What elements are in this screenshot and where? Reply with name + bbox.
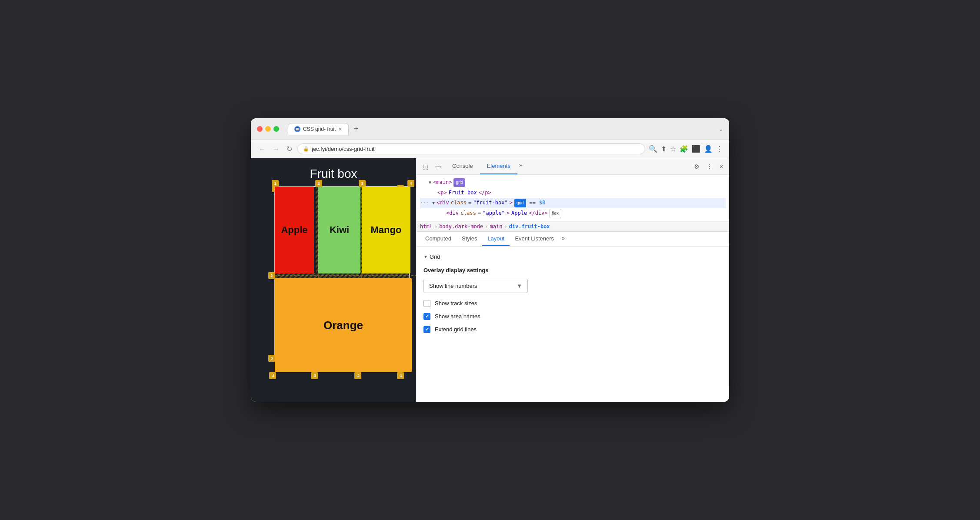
show-area-names-label: Show area names — [435, 313, 480, 320]
device-icon[interactable]: ▭ — [433, 160, 443, 173]
grid-number-bottom-4: -4 — [269, 372, 276, 379]
share-icon[interactable]: ⬆ — [661, 145, 667, 153]
tab-close-button[interactable]: × — [338, 126, 342, 132]
devtools-actions: ⚙ ⋮ × — [691, 160, 726, 173]
devtools-close-icon[interactable]: × — [717, 160, 726, 173]
account-icon[interactable]: 👤 — [704, 145, 713, 153]
grid-number-top-3: 3 — [359, 180, 366, 187]
inspect-icon[interactable]: ⬚ — [420, 160, 431, 173]
tab-layout[interactable]: Layout — [482, 232, 510, 246]
layout-content: ▼ Grid Overlay display settings Show lin… — [417, 247, 729, 402]
show-track-sizes-checkbox[interactable] — [423, 300, 430, 307]
search-icon[interactable]: 🔍 — [649, 145, 657, 153]
crumb-html[interactable]: html — [420, 223, 433, 230]
tab-elements[interactable]: Elements — [480, 158, 517, 174]
tabs-chevron[interactable]: ⌄ — [719, 126, 723, 132]
layout-tabs: Computed Styles Layout Event Listeners » — [417, 232, 729, 247]
show-area-names-row: Show area names — [423, 313, 722, 320]
devtools-more-icon[interactable]: ⋮ — [704, 160, 715, 173]
devtools-more-tabs[interactable]: » — [517, 158, 524, 174]
devtools-header: ⬚ ▭ Console Elements » ⚙ ⋮ × — [417, 158, 729, 175]
fruit-apple: Apple — [275, 187, 314, 273]
grid-number-top-2: 2 — [315, 180, 322, 187]
title-bar: 🔲 CSS grid- fruit × + ⌄ — [251, 118, 729, 140]
overlay-label: Overlay display settings — [423, 267, 722, 273]
grid-section-title: ▼ Grid — [423, 253, 722, 260]
dom-line-div-apple: <div class="apple">Apple</div> flex — [420, 208, 726, 219]
devtools-tabs: Console Elements » — [445, 158, 690, 174]
crumb-main[interactable]: main — [490, 223, 503, 230]
dom-line-p: <p>Fruit box</p> — [420, 188, 726, 198]
browser-page: Fruit box — [251, 158, 416, 402]
back-button[interactable]: ← — [257, 144, 267, 154]
browser-window: 🔲 CSS grid- fruit × + ⌄ ← → ↻ 🔒 jec.fyi/… — [251, 118, 729, 402]
show-area-names-checkbox[interactable] — [423, 313, 430, 320]
reload-button[interactable]: ↻ — [285, 144, 294, 154]
show-track-sizes-label: Show track sizes — [435, 300, 477, 307]
section-triangle[interactable]: ▼ — [423, 254, 428, 259]
layout-more-tabs[interactable]: » — [559, 232, 567, 246]
settings-icon[interactable]: ⚙ — [691, 160, 702, 173]
grid-number-left-3: 3 — [268, 355, 275, 362]
show-line-numbers-dropdown[interactable]: Show line numbers ▼ — [423, 279, 528, 293]
breadcrumb: html › body.dark-mode › main › div.fruit… — [417, 222, 729, 232]
toolbar-icons: 🔍 ⬆ ☆ 🧩 ⬛ 👤 ⋮ — [649, 145, 723, 153]
bookmark-icon[interactable]: ☆ — [670, 145, 676, 153]
fruit-mango: Mango — [362, 187, 410, 273]
tab-bar: 🔲 CSS grid- fruit × + ⌄ — [288, 123, 723, 135]
div-grid-badge: grid — [514, 199, 526, 207]
extend-grid-lines-row: Extend grid lines — [423, 326, 722, 333]
apple-flex-badge: flex — [550, 209, 562, 218]
extension-icon[interactable]: 🧩 — [680, 145, 688, 153]
tab-favicon: 🔲 — [294, 126, 300, 132]
crumb-body[interactable]: body.dark-mode — [439, 223, 483, 230]
address-bar: ← → ↻ 🔒 jec.fyi/demo/css-grid-fruit 🔍 ⬆ … — [251, 140, 729, 158]
dropdown-chevron-icon: ▼ — [517, 283, 522, 289]
main-grid-badge: grid — [453, 178, 465, 187]
dom-line-div-fruit-box[interactable]: ··· ▼ <div class="fruit-box"> grid == $0 — [420, 198, 726, 208]
grid-number-top-4: 4 — [407, 180, 414, 187]
content-area: Fruit box — [251, 158, 729, 402]
active-tab[interactable]: 🔲 CSS grid- fruit × — [288, 123, 349, 135]
minimize-button[interactable] — [265, 126, 271, 132]
show-track-sizes-row: Show track sizes — [423, 300, 722, 307]
traffic-lights — [257, 126, 279, 132]
more-icon[interactable]: ⋮ — [716, 145, 723, 153]
ellipsis-button[interactable]: ··· — [420, 199, 429, 207]
grid-number-bottom-2: -2 — [354, 372, 361, 379]
grid-number-bottom-1: -1 — [397, 372, 404, 379]
fruit-orange: Orange — [275, 278, 412, 372]
div-triangle[interactable]: ▼ — [432, 199, 435, 207]
new-tab-button[interactable]: + — [350, 123, 362, 135]
dom-line-main: ▼ <main> grid — [420, 177, 726, 188]
devtools-panel: ⬚ ▭ Console Elements » ⚙ ⋮ × — [416, 158, 729, 402]
grid-number-bottom-3: -3 — [311, 372, 318, 379]
address-field[interactable]: 🔒 jec.fyi/demo/css-grid-fruit — [297, 143, 645, 154]
lock-icon: 🔒 — [303, 146, 309, 152]
tab-event-listeners[interactable]: Event Listeners — [510, 232, 559, 246]
dom-tree: ▼ <main> grid <p>Fruit box</p> ··· ▼ <di… — [417, 175, 729, 222]
tab-console[interactable]: Console — [445, 158, 480, 174]
tab-title: CSS grid- fruit — [303, 126, 336, 132]
tab-computed[interactable]: Computed — [420, 232, 457, 246]
puzzle-icon[interactable]: ⬛ — [692, 145, 700, 153]
fruit-kiwi: Kiwi — [318, 187, 360, 273]
tab-styles[interactable]: Styles — [457, 232, 482, 246]
extend-grid-lines-label: Extend grid lines — [435, 326, 477, 333]
crumb-div-fruit-box[interactable]: div.fruit-box — [509, 223, 550, 230]
main-triangle[interactable]: ▼ — [429, 179, 431, 187]
close-button[interactable] — [257, 126, 263, 132]
maximize-button[interactable] — [273, 126, 279, 132]
forward-button[interactable]: → — [271, 144, 281, 154]
grid-number-left-2: 2 — [268, 272, 275, 279]
extend-grid-lines-checkbox[interactable] — [423, 326, 430, 333]
url-text: jec.fyi/demo/css-grid-fruit — [312, 146, 640, 152]
